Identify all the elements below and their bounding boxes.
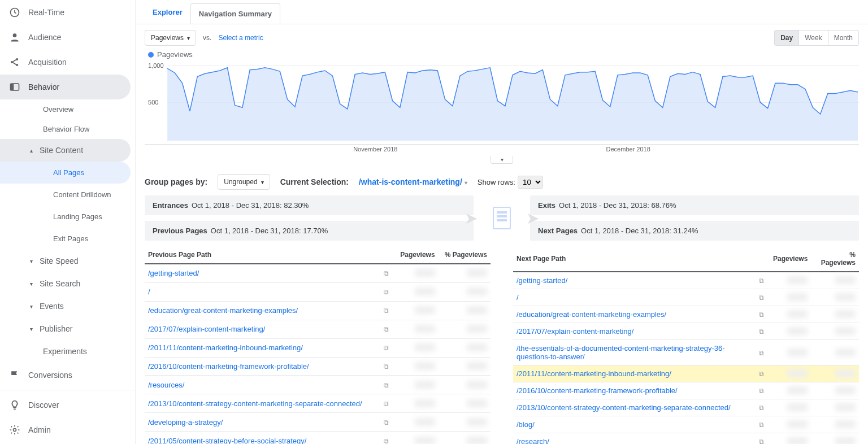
page-path-link[interactable]: /getting-started/ <box>148 269 199 277</box>
period-week[interactable]: Week <box>799 31 828 45</box>
page-path-link[interactable]: / <box>148 288 150 296</box>
nav-landing-pages[interactable]: Landing Pages <box>0 206 135 228</box>
nav-site-content[interactable]: ▴ Site Content <box>0 139 131 162</box>
metric-dropdown[interactable]: Pageviews▾ <box>145 30 196 46</box>
table-row: /research/⧉ <box>513 433 859 445</box>
page-path-link[interactable]: /2017/07/explain-content-marketing/ <box>517 327 633 336</box>
page-path-link[interactable]: /2011/05/content-strategy-before-social-… <box>148 437 306 444</box>
page-path-link[interactable]: /the-essentials-of-a-documented-content-… <box>517 344 725 361</box>
current-selection-link[interactable]: /what-is-content-marketing/▾ <box>359 177 467 186</box>
open-external-icon[interactable]: ⧉ <box>381 400 391 408</box>
nav-label: Behavior <box>28 82 59 92</box>
open-external-icon[interactable]: ⧉ <box>757 328 766 336</box>
page-path-link[interactable]: /2011/11/content-marketing-inbound-marke… <box>148 343 303 352</box>
col-path[interactable]: Next Page Path <box>513 246 753 272</box>
page-path-link[interactable]: /developing-a-strategy/ <box>148 418 223 426</box>
period-month[interactable]: Month <box>828 31 858 45</box>
select-metric-link[interactable]: Select a metric <box>218 34 263 42</box>
group-pages-dropdown[interactable]: Ungrouped▾ <box>218 174 270 190</box>
open-external-icon[interactable]: ⧉ <box>757 311 766 319</box>
open-external-icon[interactable]: ⧉ <box>757 387 766 395</box>
col-pageviews[interactable]: Pageviews <box>394 246 439 264</box>
nav-behavior-flow[interactable]: Behavior Flow <box>21 119 135 139</box>
pct-pageviews-value <box>467 325 487 333</box>
group-pages-label: Group pages by: <box>145 177 207 186</box>
nav-label: Content Drilldown <box>53 190 111 199</box>
nav-realtime[interactable]: Real-Time <box>0 0 135 25</box>
nav-overview[interactable]: Overview <box>21 99 135 119</box>
open-external-icon[interactable]: ⧉ <box>381 325 391 333</box>
table-row: /2017/07/explain-content-marketing/⧉ <box>513 323 859 340</box>
nav-discover[interactable]: Discover <box>0 393 135 417</box>
nav-conversions[interactable]: Conversions <box>0 363 135 388</box>
table-row: /2011/05/content-strategy-before-social-… <box>145 432 491 444</box>
show-rows-select[interactable]: 10 <box>518 176 543 189</box>
nav-admin[interactable]: Admin <box>0 417 135 442</box>
nav-site-search[interactable]: ▾Site Search <box>0 272 135 295</box>
page-path-link[interactable]: /education/great-content-marketing-examp… <box>148 306 298 315</box>
clock-icon <box>9 7 20 18</box>
nav-content-drilldown[interactable]: Content Drilldown <box>0 184 135 206</box>
col-pageviews[interactable]: Pageviews <box>770 246 811 272</box>
nav-events[interactable]: ▾Events <box>0 295 135 317</box>
open-external-icon[interactable]: ⧉ <box>381 363 391 371</box>
page-path-link[interactable]: /2013/10/content-strategy-content-market… <box>517 403 731 412</box>
page-path-link[interactable]: /education/great-content-marketing-examp… <box>517 310 666 319</box>
pct-pageviews-value <box>835 327 856 335</box>
open-external-icon[interactable]: ⧉ <box>757 349 766 357</box>
nav-experiments[interactable]: Experiments <box>0 340 135 363</box>
open-external-icon[interactable]: ⧉ <box>381 437 391 444</box>
previous-pages-box: Previous PagesOct 1, 2018 - Dec 31, 2018… <box>145 221 474 241</box>
nav-label: Audience <box>28 33 61 42</box>
page-path-link[interactable]: /2017/07/explain-content-marketing/ <box>148 325 265 333</box>
open-external-icon[interactable]: ⧉ <box>757 404 766 412</box>
nav-behavior[interactable]: Behavior <box>0 75 131 99</box>
table-row: /blog/⧉ <box>513 416 859 433</box>
nav-label: Acquisition <box>28 58 67 67</box>
open-external-icon[interactable]: ⧉ <box>757 421 766 429</box>
pct-pageviews-value <box>835 403 856 411</box>
open-external-icon[interactable]: ⧉ <box>381 381 391 389</box>
open-external-icon[interactable]: ⧉ <box>757 370 766 378</box>
exits-box: ExitsOct 1, 2018 - Dec 31, 2018: 68.76% <box>530 195 859 215</box>
open-external-icon[interactable]: ⧉ <box>757 438 766 444</box>
chart-expand-button[interactable]: ▾ <box>491 156 513 164</box>
period-day[interactable]: Day <box>775 31 799 45</box>
next-pages-box: Next PagesOct 1, 2018 - Dec 31, 2018: 31… <box>530 221 859 241</box>
page-path-link[interactable]: /blog/ <box>517 420 535 429</box>
page-path-link[interactable]: /2013/10/content-strategy-content-market… <box>148 399 362 408</box>
open-external-icon[interactable]: ⧉ <box>381 344 391 352</box>
col-pct-pageviews[interactable]: % Pageviews <box>439 246 491 264</box>
current-selection-label: Current Selection: <box>280 177 349 186</box>
col-pct-pageviews[interactable]: % Pageviews <box>811 246 859 272</box>
tab-explorer[interactable]: Explorer <box>145 2 190 24</box>
page-path-link[interactable]: /resources/ <box>148 381 184 389</box>
open-external-icon[interactable]: ⧉ <box>381 288 391 296</box>
nav-all-pages[interactable]: All Pages <box>0 162 131 184</box>
open-external-icon[interactable]: ⧉ <box>381 269 391 277</box>
nav-audience[interactable]: Audience <box>0 25 135 50</box>
tab-navigation-summary[interactable]: Navigation Summary <box>190 3 280 24</box>
period-toggle: Day Week Month <box>774 30 859 46</box>
open-external-icon[interactable]: ⧉ <box>757 277 766 285</box>
legend-label: Pageviews <box>157 50 193 59</box>
page-path-link[interactable]: /research/ <box>517 437 549 444</box>
pageviews-value <box>415 343 435 351</box>
nav-exit-pages[interactable]: Exit Pages <box>0 228 135 250</box>
open-external-icon[interactable]: ⧉ <box>381 419 391 426</box>
page-path-link[interactable]: /2016/10/content-marketing-framework-pro… <box>148 362 309 371</box>
nav-publisher[interactable]: ▾Publisher <box>0 317 135 340</box>
table-row: /2017/07/explain-content-marketing/⧉ <box>145 320 491 338</box>
pct-pageviews-value <box>835 276 856 284</box>
col-path[interactable]: Previous Page Path <box>145 246 378 264</box>
page-path-link[interactable]: /getting-started/ <box>517 276 567 285</box>
nav-acquisition[interactable]: Acquisition <box>0 50 135 75</box>
page-path-link[interactable]: / <box>517 293 519 302</box>
nav-site-speed[interactable]: ▾Site Speed <box>0 250 135 272</box>
open-external-icon[interactable]: ⧉ <box>757 294 766 302</box>
nav-label: Landing Pages <box>53 212 102 221</box>
page-path-link[interactable]: /2011/11/content-marketing-inbound-marke… <box>517 369 671 378</box>
open-external-icon[interactable]: ⧉ <box>381 307 391 315</box>
page-path-link[interactable]: /2016/10/content-marketing-framework-pro… <box>517 386 678 395</box>
flow-title: Exits <box>538 201 555 210</box>
